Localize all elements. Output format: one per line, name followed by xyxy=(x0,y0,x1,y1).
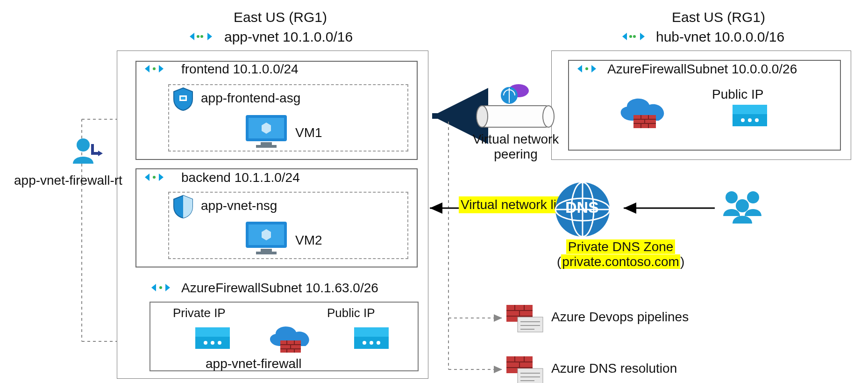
svg-marker-40 xyxy=(151,284,156,291)
users-icon xyxy=(718,187,769,227)
svg-rect-31 xyxy=(256,145,277,148)
svg-marker-32 xyxy=(145,173,149,181)
devops-icon xyxy=(505,303,545,337)
svg-point-79 xyxy=(543,106,554,127)
route-table-icon xyxy=(70,136,103,171)
svg-rect-39 xyxy=(256,252,277,254)
dns-res-icon xyxy=(505,354,545,383)
svg-point-15 xyxy=(197,35,199,38)
svg-rect-73 xyxy=(733,105,767,114)
vm2-icon xyxy=(243,219,290,259)
svg-point-75 xyxy=(748,118,752,122)
vnet-peering-icon-right xyxy=(619,28,647,48)
public-ip-label-left: Public IP xyxy=(327,306,375,320)
peering-globe-icon xyxy=(497,81,530,108)
hub-fw-subnet-title: AzureFirewallSubnet 10.0.0.0/26 xyxy=(607,62,797,77)
app-vnet-firewall-label: app-vnet-firewall xyxy=(206,356,301,371)
svg-point-59 xyxy=(370,341,373,345)
dns-text: DNS xyxy=(565,198,599,217)
svg-point-60 xyxy=(377,341,380,345)
route-table-label: app-vnet-firewall-rt xyxy=(14,173,122,188)
svg-point-90 xyxy=(726,191,738,203)
svg-point-76 xyxy=(755,118,759,122)
svg-marker-61 xyxy=(577,65,582,72)
app-vnet-title: app-vnet 10.1.0.0/16 xyxy=(224,29,353,45)
svg-point-62 xyxy=(585,67,588,70)
nsg-shield-icon xyxy=(172,195,194,222)
svg-marker-22 xyxy=(145,65,149,72)
svg-point-83 xyxy=(77,138,90,152)
public-ip-label-right: Public IP xyxy=(712,87,764,102)
vm1-icon xyxy=(243,112,290,152)
svg-point-74 xyxy=(741,118,745,122)
hub-vnet-title: hub-vnet 10.0.0.0/16 xyxy=(656,29,784,45)
vnet-icon-hub-fw xyxy=(576,62,598,79)
devops-label: Azure Devops pipelines xyxy=(551,310,689,325)
svg-rect-44 xyxy=(195,327,230,337)
svg-marker-63 xyxy=(591,65,596,72)
svg-point-45 xyxy=(204,341,207,345)
svg-marker-42 xyxy=(165,284,170,291)
svg-point-78 xyxy=(477,106,488,127)
backend-title: backend 10.1.1.0/24 xyxy=(181,170,300,185)
hub-firewall-icon xyxy=(612,92,673,137)
private-ip-label: Private IP xyxy=(173,306,226,320)
backend-nsg-label: app-vnet-nsg xyxy=(201,198,277,213)
svg-point-33 xyxy=(153,176,156,179)
dns-zone-line1: Private DNS Zone xyxy=(566,239,676,254)
svg-marker-18 xyxy=(622,33,627,40)
vnet-icon-frontend xyxy=(143,62,165,79)
vm1-label: VM1 xyxy=(295,125,322,140)
svg-marker-14 xyxy=(190,33,194,40)
svg-rect-26 xyxy=(181,97,185,100)
svg-point-20 xyxy=(633,35,636,38)
svg-marker-84 xyxy=(98,151,103,156)
vnet-peering-icon xyxy=(187,28,215,48)
svg-point-46 xyxy=(211,341,214,345)
svg-marker-21 xyxy=(640,33,645,40)
asg-shield-icon xyxy=(172,87,194,114)
svg-point-92 xyxy=(736,199,749,212)
app-firewall-icon xyxy=(262,320,318,360)
dns-zone-label: Private DNS Zone (private.contoso.com) xyxy=(557,239,684,269)
svg-rect-30 xyxy=(261,142,272,145)
dns-zone-line2: (private.contoso.com) xyxy=(557,254,684,269)
public-ip-icon-right xyxy=(733,105,767,129)
svg-point-19 xyxy=(629,35,632,38)
frontend-asg-label: app-frontend-asg xyxy=(201,91,300,106)
app-fw-subnet-title: AzureFirewallSubnet 10.1.63.0/26 xyxy=(181,281,378,296)
svg-rect-99 xyxy=(518,317,543,332)
svg-rect-38 xyxy=(261,249,272,252)
svg-point-58 xyxy=(363,341,366,345)
svg-marker-17 xyxy=(207,33,212,40)
svg-point-41 xyxy=(159,286,162,289)
vm2-label: VM2 xyxy=(295,233,322,248)
svg-point-23 xyxy=(153,67,156,70)
frontend-title: frontend 10.1.0.0/24 xyxy=(181,62,299,77)
svg-rect-57 xyxy=(354,327,389,337)
vnet-icon-backend xyxy=(143,170,165,187)
private-ip-icon xyxy=(195,327,230,352)
peering-label: Virtual network peering xyxy=(460,132,572,162)
region-right-label: East US (RG1) xyxy=(672,9,765,25)
svg-point-91 xyxy=(747,191,759,203)
svg-marker-34 xyxy=(159,173,164,181)
public-ip-icon-left xyxy=(354,327,389,352)
svg-point-16 xyxy=(200,35,203,38)
svg-marker-24 xyxy=(159,65,164,72)
diagram-canvas: East US (RG1) East US (RG1) app-vnet 10.… xyxy=(0,0,868,383)
vnet-icon-fw-subnet xyxy=(149,281,172,297)
region-left-label: East US (RG1) xyxy=(234,9,327,25)
dns-res-label: Azure DNS resolution xyxy=(551,361,677,376)
svg-rect-77 xyxy=(482,106,548,127)
peering-cylinder-icon xyxy=(476,104,555,132)
svg-point-47 xyxy=(218,341,221,345)
